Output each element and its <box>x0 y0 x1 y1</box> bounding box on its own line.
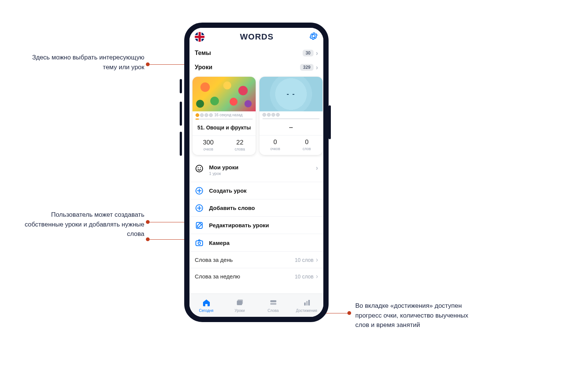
gear-icon <box>309 32 318 41</box>
svg-rect-13 <box>306 301 308 306</box>
chevron-right-icon: › <box>316 272 318 280</box>
edit-lessons-row[interactable]: Редактировать уроки <box>189 217 323 234</box>
lesson-card[interactable]: 16 секунд назад 51. Овощи и фрукты 300 о… <box>192 77 256 155</box>
lesson-card-image: - - <box>259 77 323 111</box>
create-lesson-row[interactable]: Создать урок <box>189 182 323 199</box>
phone-frame: WORDS Темы 30 › Уроки 329 › <box>184 23 329 322</box>
annotation-line <box>148 64 186 65</box>
chevron-right-icon: › <box>316 164 318 172</box>
lesson-points-value: 300 <box>192 139 224 146</box>
edit-lessons-label: Редактировать уроки <box>209 222 269 228</box>
words-per-day-label: Слова за день <box>195 257 233 263</box>
svg-point-2 <box>200 167 201 168</box>
themes-row[interactable]: Темы 30 › <box>195 46 318 60</box>
tab-lessons[interactable]: Уроки <box>223 294 256 317</box>
lesson-cards-scroll[interactable]: 16 секунд назад 51. Овощи и фрукты 300 о… <box>189 74 323 157</box>
tab-today[interactable]: Сегодня <box>189 294 223 317</box>
phone-side-button <box>180 102 182 126</box>
phone-side-button <box>329 105 331 139</box>
svg-rect-11 <box>270 303 276 305</box>
camera-row[interactable]: Камера <box>189 234 323 251</box>
svg-point-7 <box>198 242 200 244</box>
app-screen: WORDS Темы 30 › Уроки 329 › <box>189 28 323 317</box>
svg-rect-9 <box>237 301 242 305</box>
lesson-card[interactable]: - - -- 0 очков 0 слов <box>259 77 323 155</box>
home-icon <box>202 298 211 307</box>
annotation-achievements: Во вкладке «достижения» доступен прогрес… <box>355 301 483 330</box>
lesson-points-label: очков <box>259 147 291 151</box>
svg-point-1 <box>198 167 199 168</box>
annotation-dot <box>146 237 150 241</box>
svg-rect-6 <box>196 241 203 246</box>
chevron-right-icon: › <box>316 49 318 57</box>
my-lessons-label: Мои уроки <box>209 164 238 170</box>
svg-rect-10 <box>270 300 276 302</box>
create-lesson-label: Создать урок <box>209 187 247 194</box>
svg-point-0 <box>196 165 203 172</box>
lesson-words-value: 0 <box>291 138 323 146</box>
tab-bar: Сегодня Уроки Слова Достижения <box>189 293 323 317</box>
bars-icon <box>302 298 311 307</box>
chevron-right-icon: › <box>316 256 318 264</box>
lesson-words-label: слова <box>224 147 256 151</box>
words-per-day-row[interactable]: Слова за день 10 слов › <box>189 251 323 268</box>
themes-label: Темы <box>195 50 211 56</box>
language-flag-button[interactable] <box>195 32 205 42</box>
lesson-words-label: слов <box>291 147 323 151</box>
tab-words[interactable]: Слова <box>256 294 290 317</box>
plus-circle-icon <box>195 204 204 213</box>
tab-label: Сегодня <box>199 309 213 313</box>
lesson-points-label: очков <box>192 147 224 151</box>
lesson-card-title: 51. Овощи и фрукты <box>192 120 256 135</box>
lesson-time-ago: 16 секунд назад <box>214 113 242 117</box>
tab-label: Слова <box>268 309 279 313</box>
progress-dots <box>262 113 280 117</box>
words-per-day-value: 10 слов <box>295 257 314 263</box>
annotation-dot <box>347 311 351 315</box>
lessons-row[interactable]: Уроки 329 › <box>195 60 318 74</box>
annotation-dot <box>146 220 150 224</box>
svg-rect-12 <box>304 303 306 306</box>
camera-label: Камера <box>209 240 230 246</box>
phone-side-button <box>180 132 182 156</box>
words-per-week-value: 10 слов <box>295 274 314 280</box>
lessons-label: Уроки <box>195 64 212 71</box>
lesson-card-title: -- <box>259 119 323 135</box>
smile-icon <box>195 164 204 173</box>
stack-icon <box>235 298 244 307</box>
camera-icon <box>195 238 204 247</box>
add-word-row[interactable]: Добавить слово <box>189 199 323 217</box>
my-lessons-row[interactable]: Мои уроки 1 урок › <box>189 160 323 182</box>
my-lessons-subtitle: 1 урок <box>209 171 238 176</box>
tab-label: Достижения <box>296 309 317 313</box>
app-title: WORDS <box>240 32 273 42</box>
lesson-card-image <box>192 77 256 111</box>
add-word-label: Добавить слово <box>209 205 255 211</box>
tab-achievements[interactable]: Достижения <box>290 294 323 317</box>
svg-rect-14 <box>308 300 310 306</box>
app-header: WORDS <box>189 28 323 46</box>
lesson-progress-bar <box>195 119 253 120</box>
progress-dots <box>195 113 213 117</box>
plus-circle-icon <box>195 186 204 195</box>
annotation-create: Пользователь может создавать собственные… <box>23 210 144 239</box>
lessons-count-badge: 329 <box>300 64 314 71</box>
lesson-words-value: 22 <box>224 139 256 146</box>
words-per-week-row[interactable]: Слова за неделю 10 слов › <box>189 268 323 284</box>
themes-count-badge: 30 <box>303 50 314 56</box>
lesson-progress-bar <box>262 118 320 119</box>
annotation-themes: Здесь можно выбрать интересующую тему ил… <box>29 53 144 72</box>
settings-button[interactable] <box>309 32 318 42</box>
lesson-points-value: 0 <box>259 138 291 146</box>
chevron-right-icon: › <box>316 64 318 71</box>
phone-side-button <box>180 79 182 93</box>
tab-label: Уроки <box>235 309 245 313</box>
annotation-dot <box>146 62 150 66</box>
edit-icon <box>195 221 204 230</box>
words-per-week-label: Слова за неделю <box>195 273 240 280</box>
cards-icon <box>269 298 278 307</box>
